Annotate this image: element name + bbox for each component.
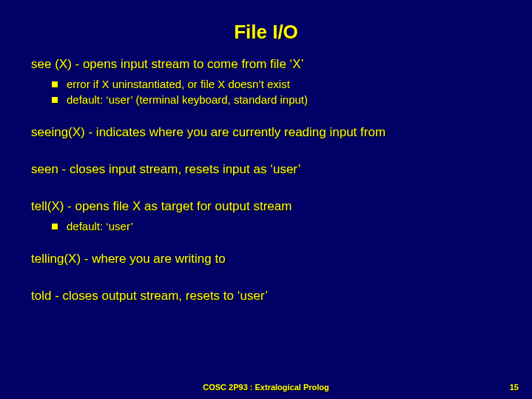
line-telling: telling(X) - where you are writing to [31, 252, 504, 266]
slide-title: File I/O [0, 0, 532, 57]
sub-tell-1-text: default: ‘user’ [67, 220, 133, 232]
page-number: 15 [510, 383, 519, 392]
square-bullet-icon [52, 81, 58, 87]
slide-body: see (X) - opens input stream to come fro… [0, 57, 532, 304]
sub-see-2-text: default: ‘user’ (terminal keyboard, stan… [67, 93, 308, 106]
line-tell: tell(X) - opens file X as target for out… [31, 199, 504, 214]
square-bullet-icon [52, 224, 58, 229]
sub-see-1-text: error if X uninstantiated, or file X doe… [67, 78, 290, 90]
line-see: see (X) - opens input stream to come fro… [31, 57, 504, 72]
slide: File I/O see (X) - opens input stream to… [0, 0, 532, 399]
sub-see-1: error if X uninstantiated, or file X doe… [31, 78, 504, 90]
sub-tell-1: default: ‘user’ [31, 220, 504, 232]
line-seeing: seeing(X) - indicates where you are curr… [31, 125, 504, 140]
line-told: told - closes output stream, resets to ‘… [31, 289, 504, 304]
sub-see-2: default: ‘user’ (terminal keyboard, stan… [31, 93, 504, 106]
square-bullet-icon [52, 97, 58, 103]
line-seen: seen - closes input stream, resets input… [31, 162, 504, 177]
footer-text: COSC 2P93 : Extralogical Prolog [0, 383, 532, 392]
